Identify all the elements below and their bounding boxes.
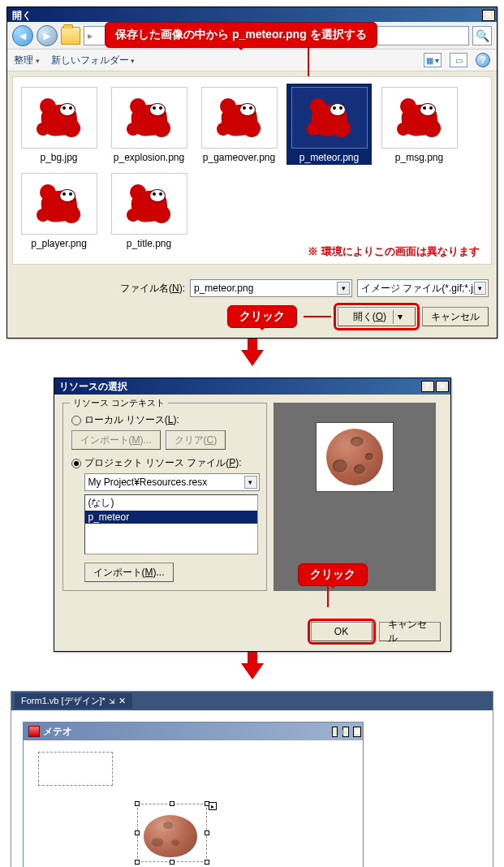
radio-local-resource[interactable]: ローカル リソース(L):	[71, 413, 258, 427]
file-item[interactable]: p_explosion.png	[106, 84, 192, 165]
chevron-down-icon[interactable]: ▾	[337, 282, 350, 295]
filter-combo[interactable]: イメージ ファイル(*.gif;*.jpg ▾	[357, 279, 489, 297]
annotation-line	[327, 584, 329, 607]
open-file-dialog: 開く ✕ ◄ ► ▸ 🔍 保存した画像の中から p_meteor.png を選択…	[6, 6, 498, 339]
organize-menu[interactable]: 整理	[14, 54, 40, 67]
file-item[interactable]: p_gameover.png	[196, 84, 282, 165]
search-box[interactable]: 🔍	[472, 26, 492, 45]
meteor-image	[326, 429, 383, 485]
file-item[interactable]: p_player.png	[16, 170, 101, 251]
file-label: p_title.png	[108, 238, 190, 249]
radio-project-resource[interactable]: プロジェクト リソース ファイル(P):	[71, 456, 258, 470]
close-icon[interactable]: ✕	[118, 696, 126, 706]
tab-label: Form1.vb [デザイン]*	[21, 695, 106, 707]
app-icon	[28, 726, 40, 737]
combo-value: My Project¥Resources.resx	[88, 477, 208, 488]
list-item[interactable]: (なし)	[85, 495, 257, 511]
file-label: p_meteor.png	[288, 152, 370, 163]
smarttag-icon[interactable]: ▸	[209, 802, 217, 810]
maximize-icon[interactable]: □	[342, 727, 349, 737]
window-title: リソースの選択	[59, 380, 127, 394]
annotation-line	[304, 316, 331, 317]
close-icon[interactable]: ✕	[353, 727, 361, 737]
annotation-click: クリック	[298, 563, 368, 586]
help-icon[interactable]: ?	[476, 53, 490, 67]
placeholder-control[interactable]	[38, 752, 113, 786]
file-label: p_msg.png	[378, 152, 460, 163]
arrow-down-icon	[241, 350, 264, 366]
designer-window: Form1.vb [デザイン]* ⇲ ✕ メテオ _ □ ✕	[11, 691, 493, 867]
resource-select-dialog: リソースの選択 ? ✕ リソース コンテキスト ローカル リソース(L): イン…	[54, 377, 451, 652]
project-resource-combo[interactable]: My Project¥Resources.resx ▾	[84, 473, 260, 491]
import-project-button[interactable]: インポート(M)...	[84, 563, 174, 582]
search-icon: 🔍	[476, 29, 489, 42]
form-title: メテオ	[43, 725, 72, 739]
filename-combo[interactable]: p_meteor.png ▾	[190, 279, 352, 297]
titlebar: リソースの選択 ? ✕	[54, 378, 450, 395]
resource-listbox[interactable]: (なし) p_meteor	[84, 494, 258, 554]
nav-forward-button[interactable]: ►	[37, 25, 58, 46]
file-label: p_player.png	[18, 238, 100, 249]
form-titlebar: メテオ _ □ ✕	[24, 722, 363, 740]
meteor-image	[144, 815, 197, 857]
file-item-selected[interactable]: p_meteor.png	[286, 84, 372, 165]
resource-context-group: リソース コンテキスト ローカル リソース(L): インポート(M)... クリ…	[62, 403, 267, 591]
folder-icon	[61, 27, 80, 45]
environment-note: ※ 環境によりこの画面は異なります	[308, 244, 480, 259]
titlebar: 開く ✕	[7, 7, 497, 24]
new-folder-button[interactable]: 新しいフォルダー	[51, 54, 136, 67]
form-window[interactable]: メテオ _ □ ✕	[23, 722, 364, 867]
cancel-button[interactable]: キャンセル	[422, 307, 489, 326]
view-preview-icon[interactable]: ▭	[450, 53, 467, 67]
chevron-down-icon[interactable]: ▾	[244, 476, 257, 489]
radio-label: ローカル リソース(L):	[84, 413, 179, 427]
file-bottom-panel: ファイル名(N): p_meteor.png ▾ イメージ ファイル(*.gif…	[7, 270, 497, 338]
minimize-icon[interactable]: _	[332, 727, 338, 737]
file-label: p_gameover.png	[198, 152, 280, 163]
filename-value: p_meteor.png	[194, 283, 253, 294]
chevron-down-icon[interactable]: ▾	[474, 282, 486, 295]
annotation-select-image: 保存した画像の中から p_meteor.png を選択する	[105, 22, 377, 48]
window-title: 開く	[12, 9, 32, 23]
filename-label: ファイル名(N):	[120, 282, 185, 295]
open-button[interactable]: 開く(O) ▾	[338, 307, 416, 326]
form-client-area[interactable]: ▸	[24, 740, 363, 867]
radio-icon	[71, 416, 81, 425]
toolbar: 整理 新しいフォルダー ▦ ▾ ▭ ?	[7, 50, 497, 71]
design-surface[interactable]: メテオ _ □ ✕	[11, 710, 493, 867]
view-thumbs-icon[interactable]: ▦ ▾	[424, 53, 442, 67]
annotation-click: クリック	[227, 305, 297, 328]
chevron-down-icon[interactable]: ▾	[394, 311, 407, 322]
ok-button[interactable]: OK	[311, 622, 373, 641]
filter-value: イメージ ファイル(*.gif;*.jpg	[361, 282, 474, 295]
cancel-button[interactable]: キャンセル	[379, 622, 441, 641]
group-legend: リソース コンテキスト	[70, 397, 168, 409]
file-item[interactable]: p_bg.jpg	[16, 84, 101, 165]
radio-label: プロジェクト リソース ファイル(P):	[84, 456, 242, 470]
nav-back-button[interactable]: ◄	[12, 25, 33, 46]
help-icon[interactable]: ?	[421, 381, 434, 392]
tab-form-design[interactable]: Form1.vb [デザイン]* ⇲ ✕	[15, 693, 132, 709]
file-list[interactable]: p_bg.jpg p_explosion.png p_gameover.png …	[12, 76, 492, 265]
list-item-selected[interactable]: p_meteor	[85, 511, 257, 524]
import-local-button: インポート(M)...	[71, 430, 161, 450]
close-icon[interactable]: ✕	[436, 381, 449, 392]
radio-icon	[71, 459, 81, 468]
file-label: p_explosion.png	[108, 152, 190, 163]
pin-icon[interactable]: ⇲	[109, 697, 115, 705]
preview-image	[316, 422, 394, 492]
file-item[interactable]: p_title.png	[106, 170, 192, 251]
clear-button: クリア(C)	[166, 430, 226, 450]
arrow-down-icon	[241, 663, 264, 679]
chevron-right-icon: ▸	[88, 30, 93, 41]
close-icon[interactable]: ✕	[482, 10, 495, 21]
document-tabbar: Form1.vb [デザイン]* ⇲ ✕	[11, 692, 493, 710]
file-item[interactable]: p_msg.png	[377, 84, 462, 165]
file-label: p_bg.jpg	[18, 152, 100, 163]
selected-picturebox[interactable]: ▸	[137, 804, 207, 862]
